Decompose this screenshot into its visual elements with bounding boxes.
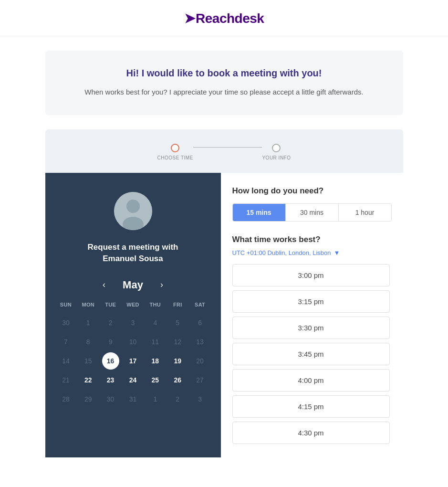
cal-cell: 4 [146,314,164,331]
cal-cell[interactable]: 19 [169,352,186,370]
steps-container: CHOOSE TIME YOUR INFO [45,129,403,173]
step-1-circle [171,144,179,152]
cal-cell: 2 [102,314,119,331]
cal-cell: 5 [169,314,186,331]
time-slot-button[interactable]: 3:45 pm [232,343,390,365]
time-title: What time works best? [232,235,392,244]
cal-day-name: TUE [99,300,122,309]
hero-subtitle: When works best for you? I appreciate yo… [74,86,375,98]
time-slot-button[interactable]: 4:00 pm [232,369,390,392]
cal-cell: 21 [57,371,74,389]
cal-day-name: SAT [189,300,211,309]
cal-cell: 1 [80,314,97,331]
avatar-icon [114,192,152,230]
step-2-circle [272,144,281,152]
step-2: YOUR INFO [262,144,291,160]
cal-cell[interactable]: 17 [124,352,141,370]
cal-day-name: WED [122,300,144,309]
duration-buttons: 15 mins30 mins1 hour [232,203,392,222]
step-line [193,147,262,148]
cal-cell: 27 [191,371,208,389]
cal-cell: 14 [57,352,74,370]
svg-point-1 [126,200,140,213]
cal-day-name: MON [77,300,99,309]
cal-day-name: SUN [55,300,77,309]
cal-cell[interactable]: 16 [102,352,119,370]
cal-cell: 30 [57,314,74,331]
cal-cell: 3 [191,391,208,408]
timezone-chevron-icon: ▼ [334,249,340,256]
cal-cell: 9 [102,333,119,350]
step-1: CHOOSE TIME [157,144,193,160]
cal-cell: 12 [169,333,186,350]
step-1-label: CHOOSE TIME [157,155,193,160]
cal-nav: ‹ May › [55,279,211,291]
cal-cell: 13 [191,333,208,350]
time-slot-button[interactable]: 3:30 pm [232,317,390,339]
cal-cell[interactable]: 24 [124,371,141,389]
cal-cell: 20 [191,352,208,370]
cal-day-name: THU [144,300,167,309]
cal-cell[interactable]: 23 [102,371,119,389]
duration-button[interactable]: 1 hour [339,204,391,221]
cal-cell: 31 [124,391,141,408]
right-panel: How long do you need? 15 mins30 mins1 ho… [221,173,403,457]
timezone-selector[interactable]: UTC +01:00 Dublin, London, Lisbon ▼ [232,249,392,256]
avatar [114,192,152,230]
time-slot-button[interactable]: 3:15 pm [232,290,390,313]
cal-cell[interactable]: 26 [169,371,186,389]
cal-day-name: FRI [167,300,189,309]
duration-button[interactable]: 15 mins [233,204,286,221]
main-content: Request a meeting with Emanuel Sousa ‹ M… [45,173,403,457]
left-panel: Request a meeting with Emanuel Sousa ‹ M… [45,173,221,457]
meeting-title: Request a meeting with Emanuel Sousa [88,242,178,265]
cal-cell: 7 [57,333,74,350]
cal-cell[interactable]: 18 [146,352,164,370]
hero-title: Hi! I would like to book a meeting with … [74,68,375,79]
cal-cell: 8 [80,333,97,350]
cal-cell: 11 [146,333,164,350]
cal-cell[interactable]: 22 [80,371,97,389]
duration-title: How long do you need? [232,186,392,196]
cal-cell: 10 [124,333,141,350]
step-2-label: YOUR INFO [262,155,291,160]
next-month-button[interactable]: › [157,279,166,291]
cal-cell: 1 [146,391,164,408]
duration-button[interactable]: 30 mins [286,204,339,221]
header: ➤Reachdesk [0,0,448,36]
cal-cell: 30 [102,391,119,408]
time-slot-button[interactable]: 3:00 pm [232,264,390,286]
hero-banner: Hi! I would like to book a meeting with … [45,51,403,115]
time-slot-button[interactable]: 4:30 pm [232,422,390,444]
timezone-text: UTC +01:00 Dublin, London, Lisbon [232,249,331,256]
logo: ➤Reachdesk [184,11,264,26]
cal-cell: 15 [80,352,97,370]
cal-month: May [123,279,143,291]
cal-grid: 3012345678910111213141516171819202122232… [55,314,211,408]
prev-month-button[interactable]: ‹ [100,279,108,291]
cal-cell: 2 [169,391,186,408]
steps-inner: CHOOSE TIME YOUR INFO [157,144,291,160]
cal-cell: 6 [191,314,208,331]
calendar: ‹ May › SUNMONTUEWEDTHUFRISAT 3012345678… [55,279,211,408]
cal-cell: 3 [124,314,141,331]
cal-cell: 28 [57,391,74,408]
cal-header: SUNMONTUEWEDTHUFRISAT [55,300,211,309]
cal-cell: 29 [80,391,97,408]
time-slot-button[interactable]: 4:15 pm [232,395,390,418]
logo-icon: ➤ [184,11,195,26]
time-slots: 3:00 pm3:15 pm3:30 pm3:45 pm4:00 pm4:15 … [232,264,392,444]
cal-cell[interactable]: 25 [146,371,164,389]
